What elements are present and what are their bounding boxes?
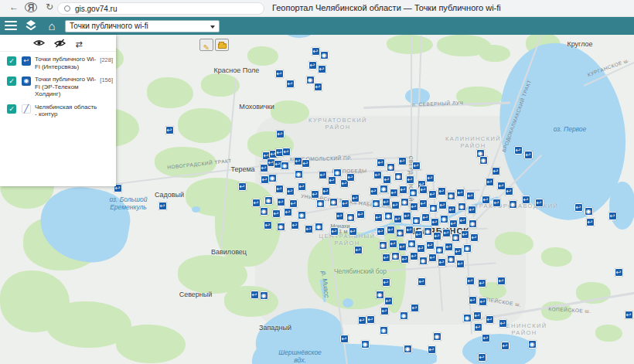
wifi-marker-ertelecom[interactable]: ◉ xyxy=(458,202,466,211)
wifi-marker-intersvyaz[interactable]: ↩ xyxy=(158,202,167,210)
wifi-marker-intersvyaz[interactable]: ↩ xyxy=(286,80,295,88)
wifi-marker-ertelecom[interactable]: ◉ xyxy=(447,192,455,200)
wifi-marker-intersvyaz[interactable]: ↩ xyxy=(461,230,469,239)
wifi-marker-ertelecom[interactable]: ◉ xyxy=(316,199,325,208)
wifi-marker-intersvyaz[interactable]: ↩ xyxy=(514,146,523,155)
wifi-marker-intersvyaz[interactable]: ↩ xyxy=(272,209,281,218)
wifi-marker-ertelecom[interactable]: ◉ xyxy=(509,200,517,209)
wifi-marker-intersvyaz[interactable]: ↩ xyxy=(275,185,284,193)
wifi-marker-intersvyaz[interactable]: ↩ xyxy=(419,199,428,208)
wifi-marker-intersvyaz[interactable]: ↩ xyxy=(411,304,419,312)
wifi-marker-ertelecom[interactable]: ◉ xyxy=(277,223,285,231)
layer-select[interactable]: Точки публичного wi-fi xyxy=(65,20,220,32)
export-folder-button[interactable] xyxy=(215,39,229,51)
wifi-marker-intersvyaz[interactable]: ↩ xyxy=(382,253,390,262)
wifi-marker-intersvyaz[interactable]: ↩ xyxy=(354,246,363,254)
wifi-marker-intersvyaz[interactable]: ↩ xyxy=(448,206,456,214)
wifi-marker-intersvyaz[interactable]: ↩ xyxy=(382,278,390,287)
wifi-marker-intersvyaz[interactable]: ↩ xyxy=(391,201,400,209)
wifi-marker-intersvyaz[interactable]: ↩ xyxy=(351,194,360,202)
site-info-icon[interactable] xyxy=(64,5,70,12)
wifi-marker-intersvyaz[interactable]: ↩ xyxy=(346,173,355,182)
wifi-marker-intersvyaz[interactable]: ↩ xyxy=(312,47,320,56)
wifi-marker-intersvyaz[interactable]: ↩ xyxy=(524,151,533,159)
wifi-marker-ertelecom[interactable]: ◉ xyxy=(260,207,268,216)
wifi-marker-intersvyaz[interactable]: ↩ xyxy=(479,298,487,306)
wifi-marker-intersvyaz[interactable]: ↩ xyxy=(445,243,453,251)
wifi-marker-intersvyaz[interactable]: ↩ xyxy=(468,206,476,214)
wifi-marker-intersvyaz[interactable]: ↩ xyxy=(428,253,437,262)
wifi-marker-ertelecom[interactable]: ◉ xyxy=(447,255,455,264)
wifi-marker-intersvyaz[interactable]: ↩ xyxy=(373,171,382,179)
wifi-marker-ertelecom[interactable]: ◉ xyxy=(452,233,460,242)
wifi-marker-intersvyaz[interactable]: ↩ xyxy=(261,175,269,184)
wifi-marker-intersvyaz[interactable]: ↩ xyxy=(289,199,298,208)
wifi-marker-intersvyaz[interactable]: ↩ xyxy=(356,210,365,219)
wifi-marker-intersvyaz[interactable]: ↩ xyxy=(358,316,366,325)
wifi-marker-ertelecom[interactable]: ◉ xyxy=(315,223,323,231)
wifi-marker-intersvyaz[interactable]: ↩ xyxy=(410,202,418,211)
wifi-marker-intersvyaz[interactable]: ↩ xyxy=(405,226,414,234)
wifi-marker-ertelecom[interactable]: ◉ xyxy=(361,340,370,349)
wifi-marker-ertelecom[interactable]: ◉ xyxy=(433,332,441,341)
wifi-marker-intersvyaz[interactable]: ↩ xyxy=(380,307,389,315)
wifi-marker-ertelecom[interactable]: ◉ xyxy=(463,244,472,253)
wifi-marker-ertelecom[interactable]: ◉ xyxy=(412,216,421,225)
wifi-marker-ertelecom[interactable]: ◉ xyxy=(528,340,537,349)
wifi-marker-intersvyaz[interactable]: ↩ xyxy=(449,219,458,228)
wifi-marker-intersvyaz[interactable]: ↩ xyxy=(377,227,385,236)
layers-icon[interactable] xyxy=(24,19,38,32)
menu-icon[interactable] xyxy=(5,21,17,31)
wifi-marker-intersvyaz[interactable]: ↩ xyxy=(399,185,407,194)
wifi-marker-intersvyaz[interactable]: ↩ xyxy=(497,182,506,190)
wifi-marker-intersvyaz[interactable]: ↩ xyxy=(370,187,378,196)
wifi-marker-ertelecom[interactable]: ◉ xyxy=(404,345,412,353)
wifi-marker-intersvyaz[interactable]: ↩ xyxy=(419,185,428,194)
wifi-marker-intersvyaz[interactable]: ↩ xyxy=(384,297,393,305)
wifi-marker-intersvyaz[interactable]: ↩ xyxy=(302,159,310,168)
wifi-marker-intersvyaz[interactable]: ↩ xyxy=(493,199,501,207)
show-all-layers-icon[interactable] xyxy=(33,39,45,49)
wifi-marker-intersvyaz[interactable]: ↩ xyxy=(401,255,409,264)
wifi-marker-intersvyaz[interactable]: ↩ xyxy=(466,192,475,200)
wifi-marker-intersvyaz[interactable]: ↩ xyxy=(252,199,261,207)
wifi-marker-ertelecom[interactable]: ◉ xyxy=(346,213,355,222)
wifi-marker-ertelecom[interactable]: ◉ xyxy=(463,314,472,322)
wifi-marker-intersvyaz[interactable]: ↩ xyxy=(398,243,407,251)
wifi-marker-intersvyaz[interactable]: ↩ xyxy=(478,279,486,287)
wifi-marker-intersvyaz[interactable]: ↩ xyxy=(322,187,330,196)
wifi-marker-intersvyaz[interactable]: ↩ xyxy=(426,241,435,250)
wifi-marker-intersvyaz[interactable]: ↩ xyxy=(433,232,441,240)
url-bar[interactable]: gis.gov74.ru xyxy=(57,2,264,15)
edit-pencil-button[interactable]: ✎ xyxy=(199,39,213,51)
wifi-marker-ertelecom[interactable]: ◉ xyxy=(387,163,395,172)
wifi-marker-ertelecom[interactable]: ◉ xyxy=(407,240,416,248)
wifi-marker-intersvyaz[interactable]: ↩ xyxy=(410,252,418,260)
wifi-marker-intersvyaz[interactable]: ↩ xyxy=(311,190,319,199)
wifi-marker-intersvyaz[interactable]: ↩ xyxy=(319,171,327,179)
wifi-marker-intersvyaz[interactable]: ↩ xyxy=(394,215,402,223)
wifi-marker-intersvyaz[interactable]: ↩ xyxy=(492,167,500,175)
wifi-marker-intersvyaz[interactable]: ↩ xyxy=(336,212,344,220)
wifi-marker-intersvyaz[interactable]: ↩ xyxy=(486,315,494,324)
wifi-marker-ertelecom[interactable]: ◉ xyxy=(264,196,273,205)
wifi-marker-intersvyaz[interactable]: ↩ xyxy=(318,65,326,73)
wifi-marker-intersvyaz[interactable]: ↩ xyxy=(260,164,268,172)
wifi-marker-ertelecom[interactable]: ◉ xyxy=(260,291,268,300)
wifi-marker-intersvyaz[interactable]: ↩ xyxy=(574,203,583,212)
back-icon[interactable]: ← xyxy=(8,2,20,12)
wifi-marker-intersvyaz[interactable]: ↩ xyxy=(294,157,302,165)
wifi-marker-intersvyaz[interactable]: ↩ xyxy=(438,258,446,267)
refresh-icon[interactable]: ↻ xyxy=(43,2,56,12)
wifi-marker-intersvyaz[interactable]: ↩ xyxy=(414,230,423,239)
wifi-marker-ertelecom[interactable]: ◉ xyxy=(380,326,388,335)
wifi-marker-ertelecom[interactable]: ◉ xyxy=(391,252,400,260)
wifi-marker-intersvyaz[interactable]: ↩ xyxy=(314,83,322,91)
layer-checkbox[interactable]: ✓ xyxy=(7,104,16,114)
wifi-marker-ertelecom[interactable]: ◉ xyxy=(435,246,444,254)
wifi-marker-ertelecom[interactable]: ◉ xyxy=(281,162,289,170)
layer-checkbox[interactable]: ✓ xyxy=(7,77,16,86)
wifi-marker-intersvyaz[interactable]: ↩ xyxy=(330,227,339,236)
wifi-marker-intersvyaz[interactable]: ↩ xyxy=(478,353,486,362)
wifi-marker-intersvyaz[interactable]: ↩ xyxy=(535,199,544,207)
